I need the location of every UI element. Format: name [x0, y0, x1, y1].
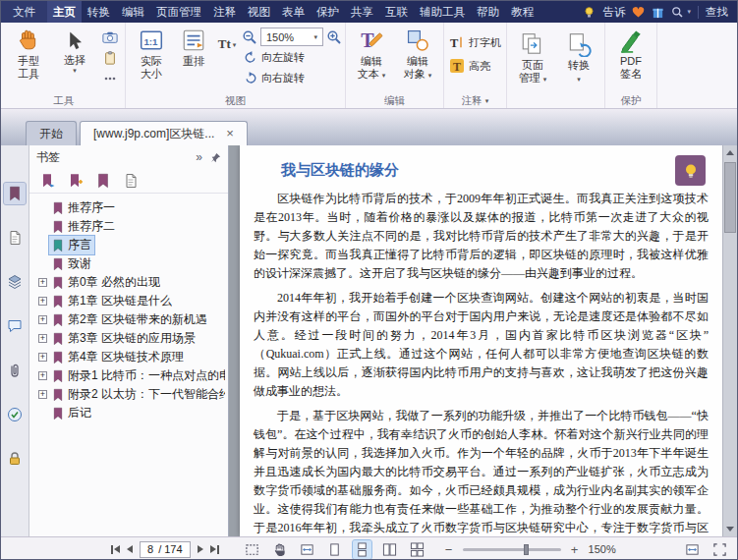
- tab-accessibility[interactable]: 辅助工具: [414, 1, 471, 23]
- expander-icon[interactable]: +: [38, 371, 47, 380]
- zoom-level-select[interactable]: 150% ▾: [260, 28, 323, 46]
- expander-icon[interactable]: +: [38, 390, 47, 399]
- continuous-page-button[interactable]: [353, 540, 371, 559]
- page-number-box[interactable]: 8 / 174: [140, 541, 191, 558]
- search-icon[interactable]: [671, 6, 684, 19]
- layers-panel-button[interactable]: [4, 271, 26, 293]
- bookmark-item[interactable]: +第1章 区块链是什么: [29, 292, 228, 310]
- tab-view[interactable]: 视图: [242, 1, 276, 23]
- bookmarks-panel-button[interactable]: [4, 183, 26, 204]
- fit-width-button[interactable]: [298, 540, 316, 559]
- bookmark-item[interactable]: +第3章 区块链的应用场景: [29, 329, 228, 348]
- tab-protect[interactable]: 保护: [311, 1, 345, 23]
- bookmark-item[interactable]: +第4章 区块链技术原理: [29, 348, 228, 366]
- rotate-right-button[interactable]: 向右旋转: [242, 68, 342, 87]
- promo-icon[interactable]: [652, 6, 664, 19]
- zoom-slider-thumb[interactable]: [524, 544, 529, 555]
- group-label-comment[interactable]: 注释▾: [447, 93, 503, 108]
- tab-comment[interactable]: 注释: [207, 1, 242, 23]
- scrollbar-thumb[interactable]: [724, 162, 736, 233]
- tab-convert[interactable]: 转换: [82, 1, 116, 23]
- signature-panel-button[interactable]: [4, 404, 26, 425]
- last-page-button[interactable]: [210, 545, 219, 554]
- hand-tool-button-status[interactable]: [270, 540, 289, 559]
- expander-icon[interactable]: +: [38, 297, 47, 306]
- close-tab-icon[interactable]: ×: [226, 129, 234, 139]
- bookmark-item[interactable]: 后记: [29, 404, 228, 422]
- expand-page-icon[interactable]: [123, 173, 139, 189]
- file-menu-button[interactable]: 文件: [1, 1, 47, 23]
- scroll-down-button[interactable]: [723, 522, 737, 536]
- bookmark-item[interactable]: +第2章 区块链带来的新机遇: [29, 310, 228, 329]
- single-page-button[interactable]: [325, 540, 344, 559]
- continuous-facing-button[interactable]: [408, 540, 426, 559]
- zoom-slider[interactable]: [463, 548, 561, 551]
- convert-button[interactable]: 转换▾: [556, 25, 601, 105]
- zoom-in-icon[interactable]: [326, 29, 342, 45]
- expander-icon[interactable]: +: [38, 353, 47, 362]
- heart-icon[interactable]: [632, 6, 645, 19]
- collapse-panel-icon[interactable]: »: [196, 150, 202, 164]
- text-size-button[interactable]: Tt ▾: [213, 25, 241, 52]
- attachments-panel-button[interactable]: [4, 360, 26, 381]
- search-caret-icon[interactable]: ▾: [687, 8, 691, 16]
- facing-page-button[interactable]: [380, 540, 399, 559]
- pages-panel-button[interactable]: [4, 227, 26, 249]
- rotate-left-button[interactable]: 向左旋转: [242, 47, 342, 67]
- bookmark-item[interactable]: 推荐序一: [29, 198, 228, 217]
- typewriter-button[interactable]: 打字机: [447, 32, 503, 52]
- vertical-scrollbar[interactable]: [722, 145, 737, 536]
- tab-help[interactable]: 帮助: [471, 1, 505, 23]
- security-panel-button[interactable]: [4, 448, 26, 470]
- clipboard-button[interactable]: [100, 49, 120, 67]
- page-number-input[interactable]: 8: [147, 543, 153, 555]
- tell-me-icon[interactable]: [583, 6, 596, 19]
- zoom-out-icon[interactable]: [242, 29, 257, 45]
- tell-me-label[interactable]: 告诉: [602, 5, 625, 20]
- actual-size-button[interactable]: 实际大小: [129, 25, 174, 89]
- hand-tool-button[interactable]: 手型工具: [6, 25, 51, 89]
- tab-home[interactable]: 主页: [47, 1, 82, 23]
- bookmark-item-selected[interactable]: 序言: [29, 236, 228, 254]
- next-page-button[interactable]: [198, 545, 203, 553]
- fullscreen-button[interactable]: [710, 540, 729, 559]
- tab-page-manage[interactable]: 页面管理: [150, 1, 207, 23]
- scroll-up-button[interactable]: [723, 145, 737, 160]
- expander-icon[interactable]: +: [38, 315, 47, 324]
- find-label[interactable]: 查找: [706, 5, 728, 20]
- tab-form[interactable]: 表单: [276, 1, 311, 23]
- expander-icon[interactable]: +: [38, 334, 47, 343]
- expander-icon[interactable]: +: [38, 278, 47, 287]
- snapshot-button[interactable]: [100, 28, 120, 46]
- goto-bookmark-icon[interactable]: [40, 173, 56, 189]
- bookmark-item[interactable]: 推荐序二: [29, 217, 228, 236]
- bookmark-menu-icon[interactable]: [95, 173, 111, 189]
- tab-edit[interactable]: 编辑: [116, 1, 150, 23]
- pin-panel-icon[interactable]: [210, 152, 221, 163]
- zoom-in-button[interactable]: +: [568, 542, 582, 557]
- page-manage-button[interactable]: 页面管理 ▾: [510, 25, 555, 105]
- first-page-button[interactable]: [111, 545, 120, 554]
- tab-tutorial[interactable]: 教程: [505, 1, 539, 23]
- bookmark-item[interactable]: +附录2 以太坊：下一代智能合约: [29, 385, 228, 404]
- comments-panel-button[interactable]: [4, 315, 26, 337]
- bookmark-item[interactable]: +第0章 必然的出现: [29, 273, 228, 292]
- document-tab[interactable]: [www.j9p.com]区块链... ×: [80, 121, 248, 145]
- tab-share[interactable]: 共享: [345, 1, 379, 23]
- marquee-zoom-button[interactable]: [243, 540, 261, 559]
- bookmark-item[interactable]: 致谢: [29, 254, 228, 273]
- pdf-sign-button[interactable]: PDF签名: [608, 25, 653, 89]
- highlight-button[interactable]: 高亮: [447, 56, 492, 76]
- tab-connect[interactable]: 互联: [379, 1, 414, 23]
- add-bookmark-icon[interactable]: [68, 173, 84, 189]
- prev-page-button[interactable]: [127, 545, 133, 553]
- zoom-out-button[interactable]: −: [442, 542, 456, 557]
- bookmark-item[interactable]: +附录1 比特币：一种点对点的电: [29, 366, 228, 385]
- select-tool-button[interactable]: 选择 ▾: [52, 25, 97, 89]
- reflow-button[interactable]: 重排: [175, 25, 212, 89]
- edit-text-button[interactable]: 编辑文本 ▾: [349, 25, 394, 89]
- fit-visible-button[interactable]: [683, 540, 702, 559]
- more-tools-button[interactable]: [100, 70, 120, 87]
- start-tab[interactable]: 开始: [26, 121, 77, 145]
- edit-object-button[interactable]: 编辑对象 ▾: [395, 25, 440, 89]
